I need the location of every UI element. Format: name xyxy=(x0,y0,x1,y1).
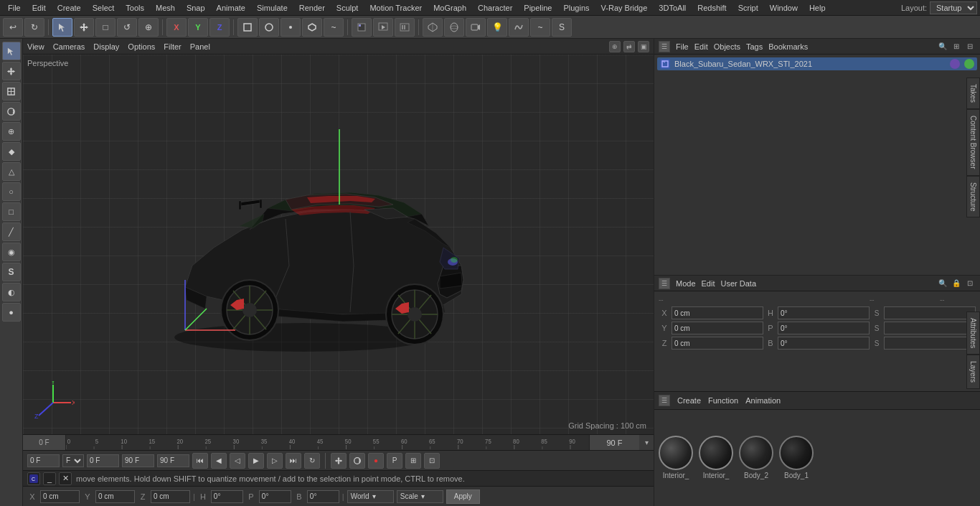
goto-end-btn[interactable]: ⏭ xyxy=(286,453,301,469)
om-search-btn[interactable]: 🔍 xyxy=(937,41,948,52)
vp-expand-btn[interactable]: ⊕ xyxy=(609,41,621,52)
menu-3dtoall[interactable]: 3DToAll xyxy=(654,2,691,14)
attr-menu-userdata[interactable]: User Data xyxy=(721,279,757,288)
attr-sy-scale[interactable] xyxy=(884,322,976,334)
z-transform-field[interactable]: 0 cm xyxy=(151,490,190,503)
layout-select[interactable]: Startup xyxy=(930,1,977,14)
play-back-btn[interactable]: ◁ xyxy=(230,453,245,469)
menu-file[interactable]: File xyxy=(3,2,26,14)
render-button[interactable] xyxy=(352,18,372,37)
status-min-btn[interactable]: _ xyxy=(43,472,56,485)
deformer-button[interactable]: ~ xyxy=(530,18,550,37)
rotate-tool-button[interactable]: ↺ xyxy=(117,18,137,37)
om-menu-file[interactable]: File xyxy=(676,42,689,51)
goto-start-btn[interactable]: ⏮ xyxy=(192,453,208,469)
play-btn[interactable]: ▶ xyxy=(248,453,264,469)
light-button[interactable]: 💡 xyxy=(487,18,507,37)
mat-menu-icon[interactable]: ☰ xyxy=(659,395,670,406)
x-axis-button[interactable]: X xyxy=(166,18,187,37)
menu-edit[interactable]: Edit xyxy=(27,2,51,14)
mat-item-body2[interactable]: Body_2 xyxy=(739,436,773,479)
pb-expand-btn[interactable]: ⊡ xyxy=(424,453,440,469)
transform-tool-button[interactable]: ⊕ xyxy=(138,18,159,37)
attr-menu-icon[interactable]: ☰ xyxy=(659,278,670,289)
apply-button[interactable]: Apply xyxy=(446,489,480,504)
attr-z-pos[interactable]: 0 cm xyxy=(672,337,763,350)
vp-menu-cameras[interactable]: Cameras xyxy=(53,42,85,51)
y-axis-button[interactable]: Y xyxy=(188,18,208,37)
menu-mesh[interactable]: Mesh xyxy=(151,2,180,14)
render-anim-button[interactable] xyxy=(395,18,415,37)
next-frame-btn[interactable]: ▷ xyxy=(267,453,283,469)
attr-sz-scale[interactable] xyxy=(884,337,976,350)
scale-dropdown[interactable]: Scale ▾ xyxy=(397,490,443,503)
om-collapse-btn[interactable]: ⊟ xyxy=(964,41,976,52)
attr-menu-edit[interactable]: Edit xyxy=(702,279,715,288)
cube-button[interactable] xyxy=(423,18,443,37)
vp-menu-filter[interactable]: Filter xyxy=(164,42,181,51)
sidebar-rotate-btn[interactable] xyxy=(2,102,21,121)
mat-menu-create[interactable]: Create xyxy=(677,396,701,405)
pb-move-btn[interactable] xyxy=(331,453,347,469)
menu-render[interactable]: Render xyxy=(294,2,330,14)
menu-vray[interactable]: V-Ray Bridge xyxy=(596,2,653,14)
p-transform-field[interactable]: 0° xyxy=(259,490,291,503)
attr-expand-btn[interactable]: ⊡ xyxy=(964,278,976,289)
mat-menu-animation[interactable]: Animation xyxy=(745,396,781,405)
start-frame-input[interactable] xyxy=(87,454,119,467)
point-mode-button[interactable] xyxy=(281,18,301,37)
h-transform-field[interactable]: 0° xyxy=(211,490,243,503)
z-axis-button[interactable]: Z xyxy=(209,18,230,37)
sidebar-poly-btn[interactable]: △ xyxy=(2,162,21,181)
sidebar-half-btn[interactable]: ◐ xyxy=(2,283,21,301)
sidebar-edge-btn[interactable]: ○ xyxy=(2,182,21,201)
pb-grid-btn[interactable]: ⊞ xyxy=(405,453,421,469)
x-transform-field[interactable]: 0 cm xyxy=(40,490,80,503)
sidebar-s-btn[interactable]: S xyxy=(2,263,21,281)
menu-help[interactable]: Help xyxy=(804,2,831,14)
vp-menu-options[interactable]: Options xyxy=(128,42,155,51)
attr-x-pos[interactable]: 0 cm xyxy=(672,306,763,319)
object-mode-button[interactable] xyxy=(237,18,258,37)
om-menu-objects[interactable]: Objects xyxy=(714,42,740,51)
menu-script[interactable]: Script xyxy=(733,2,763,14)
mat-menu-function[interactable]: Function xyxy=(708,396,738,405)
mat-item-interior2[interactable]: Interior_ xyxy=(699,436,733,479)
attr-lock-btn[interactable]: 🔒 xyxy=(951,278,962,289)
menu-tools[interactable]: Tools xyxy=(121,2,149,14)
menu-animate[interactable]: Animate xyxy=(212,2,250,14)
om-menu-tags[interactable]: Tags xyxy=(746,42,763,51)
attr-menu-mode[interactable]: Mode xyxy=(676,279,696,288)
vp-menu-view[interactable]: View xyxy=(27,42,44,51)
sidebar-transform-btn[interactable]: ⊕ xyxy=(2,122,21,141)
status-cinema-btn[interactable]: C xyxy=(27,472,40,485)
sidebar-select-btn[interactable] xyxy=(2,42,21,60)
end-frame-input[interactable] xyxy=(122,454,154,467)
attr-b-rot[interactable]: 0° xyxy=(778,337,870,350)
tab-content-browser[interactable]: Content Browser xyxy=(966,109,980,175)
redo-button[interactable]: ↻ xyxy=(24,18,44,37)
sidebar-mesh-btn[interactable]: ◆ xyxy=(2,142,21,161)
timeline-track[interactable]: 0 5 10 15 20 25 30 35 xyxy=(66,435,589,451)
sidebar-scale-btn[interactable] xyxy=(2,82,21,100)
move-tool-button[interactable] xyxy=(74,18,94,37)
vp-menu-display[interactable]: Display xyxy=(93,42,119,51)
end-frame2-input[interactable] xyxy=(157,454,189,467)
poly-mode-button[interactable] xyxy=(302,18,322,37)
attr-search-btn[interactable]: 🔍 xyxy=(937,278,948,289)
sphere-button[interactable] xyxy=(444,18,464,37)
render-view-button[interactable] xyxy=(373,18,393,37)
sidebar-circle-btn[interactable]: ● xyxy=(2,303,21,322)
loop-btn[interactable]: ↻ xyxy=(304,453,320,469)
menu-pipeline[interactable]: Pipeline xyxy=(519,2,557,14)
undo-button[interactable]: ↩ xyxy=(3,18,23,37)
sidebar-point-btn[interactable]: □ xyxy=(2,202,21,221)
current-frame-input[interactable] xyxy=(27,454,60,467)
menu-redshift[interactable]: Redshift xyxy=(692,2,731,14)
frame-rate-select[interactable]: F xyxy=(62,454,84,467)
om-expand-btn[interactable]: ⊞ xyxy=(951,41,962,52)
attr-sx-scale[interactable] xyxy=(884,306,976,319)
attr-y-pos[interactable]: 0 cm xyxy=(672,322,763,334)
attr-p-rot[interactable]: 0° xyxy=(778,322,870,334)
tab-layers[interactable]: Layers xyxy=(966,355,980,389)
